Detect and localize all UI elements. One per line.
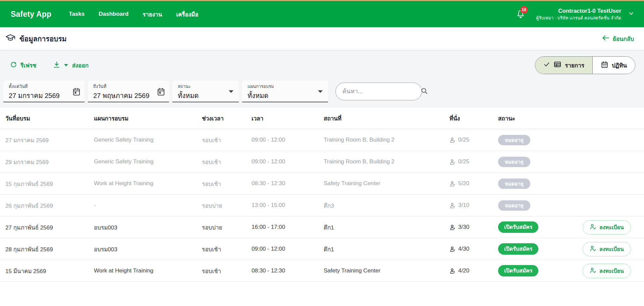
person-check-icon (590, 223, 596, 231)
status-filter-select[interactable]: สถานะ ทั้งหมด (172, 81, 239, 102)
seats-cell: 0/25 (449, 137, 498, 143)
training-date: 15 กุมภาพันธ์ 2569 (5, 179, 94, 188)
view-toggle: รายการ ปฏิทิน (535, 56, 635, 74)
toolbar: รีเฟรช ส่งออก (0, 50, 644, 79)
table-row: 27 กุมภาพันธ์ 2569 อบรม003 รอบบ่าย 16:00… (0, 216, 644, 238)
status-cell: หมดอายุ (498, 157, 575, 167)
table-row: 27 มกราคม 2569 Generic Safety Training ร… (0, 129, 644, 151)
nav-tasks[interactable]: Tasks (69, 11, 85, 17)
user-menu-button[interactable] (628, 10, 635, 18)
seats-cell: 4/20 (449, 267, 498, 274)
register-button[interactable]: ลงทะเบียน (583, 264, 631, 278)
page-title: ข้อมูลการอบรม (19, 33, 67, 44)
person-seat-icon (449, 224, 456, 231)
training-date: 27 มกราคม 2569 (5, 136, 94, 145)
main-nav: Tasks Dashboard รายงาน เครื่องมือ (69, 10, 198, 19)
register-button[interactable]: ลงทะเบียน (583, 242, 631, 256)
session-period: รอบเช้า (202, 245, 252, 254)
status-badge: หมดอายุ (498, 135, 530, 145)
to-date-field[interactable]: ถึงวันที่ 27 พฤษภาคม 2569 (88, 81, 169, 102)
user-info[interactable]: Contractor1-0 TestUser ผู้รับเหมา · บริษ… (536, 7, 621, 21)
seats-count: 4/20 (458, 267, 469, 274)
seats-cell: 0/25 (449, 158, 498, 165)
calendar-picker-icon[interactable] (157, 88, 165, 98)
table-header-row: วันที่อบรม แผนการอบรม ช่วงเวลา เวลา สถาน… (0, 108, 644, 129)
from-date-label: ตั้งแต่วันที่ (9, 84, 80, 89)
refresh-button[interactable]: รีเฟรช (10, 61, 37, 70)
location: Safety Training Center (324, 180, 449, 187)
person-seat-icon (449, 246, 456, 252)
time-range: 08:30 - 12:30 (252, 180, 324, 187)
table-row: 26 กุมภาพันธ์ 2569 - รอบบ่าย 13:00 - 15:… (0, 195, 644, 216)
training-plan: อบรม003 (94, 245, 202, 254)
session-period: รอบเช้า (202, 266, 252, 275)
calendar-icon (601, 61, 608, 70)
export-label: ส่งออก (72, 61, 89, 70)
export-button[interactable]: ส่งออก (53, 61, 89, 70)
seats-cell: 3/10 (449, 202, 498, 209)
col-session: ช่วงเวลา (202, 114, 252, 123)
status-badge: หมดอายุ (498, 157, 530, 167)
seats-cell: 4/30 (449, 246, 498, 252)
controls-section: รีเฟรช ส่งออก (0, 50, 644, 108)
seats-count: 4/30 (458, 246, 469, 252)
from-date-value: 27 มกราคม 2569 (9, 90, 80, 101)
status-badge: เปิดรับสมัคร (498, 243, 538, 255)
person-check-icon (590, 267, 596, 275)
training-plan: Work at Height Training (94, 180, 202, 187)
seats-count: 0/25 (458, 137, 469, 143)
nav-reports[interactable]: รายงาน (143, 10, 162, 19)
dropdown-arrow-icon (318, 90, 323, 93)
back-button[interactable]: ย้อนกลับ (602, 34, 634, 43)
plan-filter-label: แผนการอบรม (248, 84, 323, 89)
training-plan: Generic Safety Training (94, 137, 202, 143)
page-header: ข้อมูลการอบรม ย้อนกลับ (0, 27, 644, 50)
back-label: ย้อนกลับ (613, 34, 634, 43)
chevron-down-icon (628, 10, 635, 18)
action-cell: ลงทะเบียน (575, 220, 644, 235)
notifications-button[interactable]: 16 (516, 9, 525, 19)
nav-dashboard[interactable]: Dashboard (99, 11, 128, 17)
refresh-label: รีเฟรช (20, 61, 37, 70)
refresh-icon (10, 61, 17, 70)
view-toggle-list[interactable]: รายการ (535, 57, 592, 74)
register-label: ลงทะเบียน (599, 267, 624, 275)
user-subtitle: ผู้รับเหมา · บริษัท แกรนด์ คอนสตรัคชั่น … (536, 15, 621, 21)
time-range: 08:30 - 12:30 (252, 267, 324, 274)
from-date-field[interactable]: ตั้งแต่วันที่ 27 มกราคม 2569 (3, 81, 85, 102)
app-bar: Safety App Tasks Dashboard รายงาน เครื่อ… (0, 1, 644, 27)
location: Safety Training Center (324, 267, 449, 274)
person-seat-icon (449, 159, 456, 165)
app-brand[interactable]: Safety App (11, 10, 51, 19)
table-view-icon (553, 61, 561, 70)
training-date: 15 มีนาคม 2569 (5, 266, 94, 275)
plan-filter-value: ทั้งหมด (248, 90, 323, 101)
seats-count: 0/25 (458, 158, 469, 165)
back-arrow-icon (602, 35, 609, 43)
register-label: ลงทะเบียน (599, 245, 624, 253)
search-icon[interactable] (420, 87, 428, 96)
training-date: 29 มกราคม 2569 (5, 157, 94, 166)
plan-filter-select[interactable]: แผนการอบรม ทั้งหมด (242, 81, 328, 102)
seats-count: 3/30 (458, 224, 469, 231)
col-status: สถานะ (498, 114, 575, 123)
status-cell: เปิดรับสมัคร (498, 243, 575, 255)
nav-tools[interactable]: เครื่องมือ (176, 10, 198, 19)
status-cell: หมดอายุ (498, 200, 575, 211)
notification-badge: 16 (520, 6, 528, 13)
status-cell: เปิดรับสมัคร (498, 265, 575, 276)
table-row: 15 มีนาคม 2569 Work at Height Training ร… (0, 260, 644, 282)
session-period: รอบเช้า (202, 157, 252, 166)
register-label: ลงทะเบียน (599, 223, 624, 232)
action-cell: ลงทะเบียน (575, 242, 644, 256)
list-view-label: รายการ (565, 61, 584, 70)
to-date-label: ถึงวันที่ (93, 84, 164, 89)
register-button[interactable]: ลงทะเบียน (583, 220, 631, 235)
col-seats: ที่นั่ง (449, 114, 498, 123)
status-badge: หมดอายุ (498, 178, 530, 189)
search-input[interactable] (342, 88, 420, 95)
status-cell: หมดอายุ (498, 135, 575, 145)
view-toggle-calendar[interactable]: ปฏิทิน (592, 57, 635, 74)
status-badge: เปิดรับสมัคร (498, 221, 538, 233)
calendar-picker-icon[interactable] (72, 88, 80, 98)
